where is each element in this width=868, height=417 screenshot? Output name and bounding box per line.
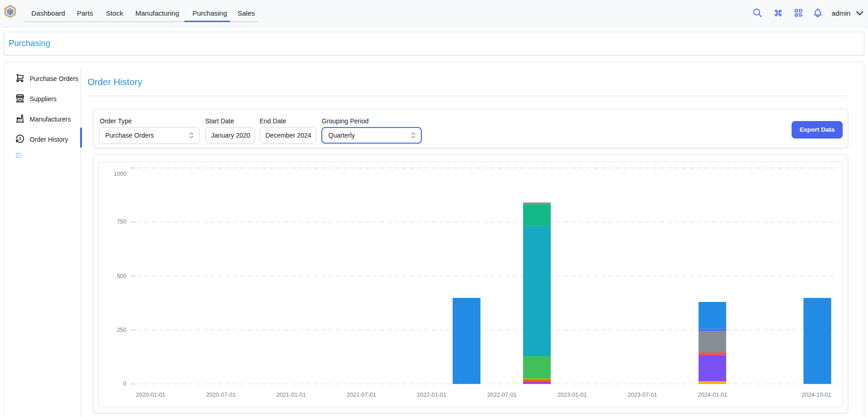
svg-text:2022-01-01: 2022-01-01 bbox=[417, 392, 446, 398]
svg-text:2021-07-01: 2021-07-01 bbox=[347, 392, 376, 398]
svg-text:2020-01-01: 2020-01-01 bbox=[136, 392, 165, 398]
svg-text:2023-07-01: 2023-07-01 bbox=[628, 392, 657, 398]
svg-text:750: 750 bbox=[117, 219, 127, 225]
svg-text:500: 500 bbox=[117, 273, 127, 279]
svg-text:2023-01-01: 2023-01-01 bbox=[557, 392, 587, 398]
svg-text:250: 250 bbox=[117, 327, 127, 333]
svg-text:2022-07-01: 2022-07-01 bbox=[487, 392, 517, 398]
svg-text:1000: 1000 bbox=[114, 171, 127, 177]
svg-text:2021-01-01: 2021-01-01 bbox=[276, 392, 306, 398]
svg-text:2024-01-01: 2024-01-01 bbox=[698, 392, 728, 398]
svg-text:2020-07-01: 2020-07-01 bbox=[206, 392, 236, 398]
svg-text:2024-10-01: 2024-10-01 bbox=[802, 392, 831, 398]
svg-text:0: 0 bbox=[123, 381, 127, 387]
